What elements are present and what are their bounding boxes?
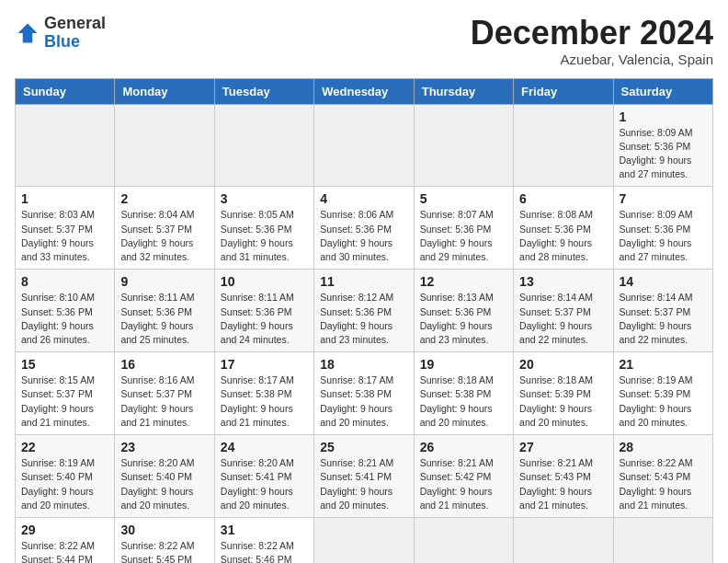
calendar-cell (414, 517, 513, 563)
day-number: 30 (120, 523, 208, 537)
calendar-cell: 16Sunrise: 8:16 AMSunset: 5:37 PMDayligh… (115, 352, 214, 435)
day-info: Sunrise: 8:21 AMSunset: 5:42 PMDaylight:… (420, 456, 507, 512)
day-number: 1 (620, 109, 707, 124)
day-number: 5 (420, 191, 507, 206)
logo-general: General (44, 14, 106, 32)
day-number: 26 (420, 440, 507, 454)
calendar-cell: 20Sunrise: 8:18 AMSunset: 5:39 PMDayligh… (514, 352, 613, 435)
calendar-cell: 25Sunrise: 8:21 AMSunset: 5:41 PMDayligh… (314, 435, 414, 518)
day-info: Sunrise: 8:15 AMSunset: 5:37 PMDaylight:… (21, 373, 108, 430)
day-info: Sunrise: 8:20 AMSunset: 5:41 PMDaylight:… (221, 456, 308, 512)
calendar-cell (414, 104, 513, 187)
day-number: 21 (620, 357, 707, 372)
calendar-cell: 26Sunrise: 8:21 AMSunset: 5:42 PMDayligh… (414, 435, 513, 518)
day-info: Sunrise: 8:20 AMSunset: 5:40 PMDaylight:… (120, 456, 208, 512)
calendar-cell: 1Sunrise: 8:03 AMSunset: 5:37 PMDaylight… (16, 187, 115, 270)
calendar-cell: 23Sunrise: 8:20 AMSunset: 5:40 PMDayligh… (115, 435, 214, 518)
day-info: Sunrise: 8:14 AMSunset: 5:37 PMDaylight:… (620, 291, 707, 347)
calendar-cell: 2Sunrise: 8:04 AMSunset: 5:37 PMDaylight… (115, 187, 214, 270)
day-info: Sunrise: 8:21 AMSunset: 5:43 PMDaylight:… (519, 456, 607, 512)
calendar-cell: 13Sunrise: 8:14 AMSunset: 5:37 PMDayligh… (514, 270, 613, 352)
calendar-cell: 30Sunrise: 8:22 AMSunset: 5:45 PMDayligh… (115, 517, 214, 563)
day-info: Sunrise: 8:22 AMSunset: 5:43 PMDaylight:… (620, 456, 707, 512)
day-info: Sunrise: 8:14 AMSunset: 5:37 PMDaylight:… (519, 291, 607, 347)
calendar-cell: 24Sunrise: 8:20 AMSunset: 5:41 PMDayligh… (214, 435, 313, 518)
day-info: Sunrise: 8:22 AMSunset: 5:46 PMDaylight:… (221, 539, 308, 563)
day-number: 17 (221, 357, 308, 372)
day-info: Sunrise: 8:19 AMSunset: 5:39 PMDaylight:… (620, 373, 707, 430)
calendar-cell (314, 104, 414, 187)
calendar-cell: 31Sunrise: 8:22 AMSunset: 5:46 PMDayligh… (214, 517, 313, 563)
day-number: 11 (320, 274, 407, 289)
day-info: Sunrise: 8:19 AMSunset: 5:40 PMDaylight:… (21, 456, 108, 512)
day-info: Sunrise: 8:22 AMSunset: 5:44 PMDaylight:… (21, 539, 108, 563)
day-info: Sunrise: 8:09 AMSunset: 5:36 PMDaylight:… (620, 208, 707, 264)
day-number: 13 (519, 274, 607, 289)
day-info: Sunrise: 8:16 AMSunset: 5:37 PMDaylight:… (120, 373, 208, 430)
day-number: 20 (519, 357, 607, 372)
day-header-friday: Friday (514, 78, 613, 104)
day-info: Sunrise: 8:09 AMSunset: 5:36 PMDaylight:… (620, 126, 707, 182)
day-header-tuesday: Tuesday (214, 78, 313, 104)
day-number: 8 (21, 274, 108, 289)
calendar-cell: 6Sunrise: 8:08 AMSunset: 5:36 PMDaylight… (514, 187, 613, 270)
day-number: 9 (120, 274, 208, 289)
day-number: 27 (519, 440, 607, 454)
calendar-cell (214, 104, 313, 187)
day-number: 23 (120, 440, 208, 454)
day-info: Sunrise: 8:17 AMSunset: 5:38 PMDaylight:… (221, 373, 308, 430)
day-header-sunday: Sunday (16, 78, 115, 104)
calendar-cell (514, 517, 613, 563)
calendar-cell (514, 104, 613, 187)
calendar-cell: 21Sunrise: 8:19 AMSunset: 5:39 PMDayligh… (613, 352, 712, 435)
day-number: 19 (420, 357, 507, 372)
day-number: 3 (221, 191, 308, 206)
calendar-cell: 28Sunrise: 8:22 AMSunset: 5:43 PMDayligh… (613, 435, 712, 518)
day-info: Sunrise: 8:13 AMSunset: 5:36 PMDaylight:… (420, 291, 507, 347)
day-info: Sunrise: 8:10 AMSunset: 5:36 PMDaylight:… (21, 291, 108, 347)
calendar-cell: 14Sunrise: 8:14 AMSunset: 5:37 PMDayligh… (613, 270, 712, 352)
calendar-cell: 11Sunrise: 8:12 AMSunset: 5:36 PMDayligh… (314, 270, 414, 352)
day-number: 10 (221, 274, 308, 289)
day-info: Sunrise: 8:17 AMSunset: 5:38 PMDaylight:… (320, 373, 407, 430)
calendar-cell: 7Sunrise: 8:09 AMSunset: 5:36 PMDaylight… (613, 187, 712, 270)
day-info: Sunrise: 8:04 AMSunset: 5:37 PMDaylight:… (120, 208, 208, 264)
day-info: Sunrise: 8:21 AMSunset: 5:41 PMDaylight:… (320, 456, 407, 512)
calendar-cell: 9Sunrise: 8:11 AMSunset: 5:36 PMDaylight… (115, 270, 214, 352)
calendar-cell: 3Sunrise: 8:05 AMSunset: 5:36 PMDaylight… (214, 187, 313, 270)
day-info: Sunrise: 8:07 AMSunset: 5:36 PMDaylight:… (420, 208, 507, 264)
day-number: 22 (21, 440, 108, 454)
day-info: Sunrise: 8:11 AMSunset: 5:36 PMDaylight:… (221, 291, 308, 347)
day-info: Sunrise: 8:18 AMSunset: 5:38 PMDaylight:… (420, 373, 507, 430)
day-number: 12 (420, 274, 507, 289)
logo: General Blue (15, 15, 106, 52)
day-info: Sunrise: 8:12 AMSunset: 5:36 PMDaylight:… (320, 291, 407, 347)
calendar-cell (115, 104, 214, 187)
location: Azuebar, Valencia, Spain (471, 52, 713, 67)
month-title: December 2024 (471, 15, 713, 52)
day-header-monday: Monday (115, 78, 214, 104)
logo-text: General Blue (44, 15, 106, 52)
calendar-cell: 4Sunrise: 8:06 AMSunset: 5:36 PMDaylight… (314, 187, 414, 270)
day-info: Sunrise: 8:08 AMSunset: 5:36 PMDaylight:… (519, 208, 607, 264)
calendar-cell: 18Sunrise: 8:17 AMSunset: 5:38 PMDayligh… (314, 352, 414, 435)
calendar-cell: 22Sunrise: 8:19 AMSunset: 5:40 PMDayligh… (16, 435, 115, 518)
day-info: Sunrise: 8:11 AMSunset: 5:36 PMDaylight:… (120, 291, 208, 347)
day-info: Sunrise: 8:06 AMSunset: 5:36 PMDaylight:… (320, 208, 407, 264)
calendar-cell: 1Sunrise: 8:09 AMSunset: 5:36 PMDaylight… (613, 104, 712, 187)
svg-marker-0 (18, 23, 38, 42)
calendar-cell: 29Sunrise: 8:22 AMSunset: 5:44 PMDayligh… (16, 517, 115, 563)
day-number: 1 (21, 191, 108, 206)
day-header-wednesday: Wednesday (314, 78, 414, 104)
day-header-thursday: Thursday (414, 78, 513, 104)
calendar-cell (314, 517, 414, 563)
day-info: Sunrise: 8:05 AMSunset: 5:36 PMDaylight:… (221, 208, 308, 264)
day-number: 7 (620, 191, 707, 206)
calendar-cell: 8Sunrise: 8:10 AMSunset: 5:36 PMDaylight… (16, 270, 115, 352)
calendar-cell (613, 517, 712, 563)
logo-icon (15, 20, 40, 46)
calendar-cell: 12Sunrise: 8:13 AMSunset: 5:36 PMDayligh… (414, 270, 513, 352)
day-number: 6 (519, 191, 607, 206)
day-number: 24 (221, 440, 308, 454)
calendar-cell: 27Sunrise: 8:21 AMSunset: 5:43 PMDayligh… (514, 435, 613, 518)
